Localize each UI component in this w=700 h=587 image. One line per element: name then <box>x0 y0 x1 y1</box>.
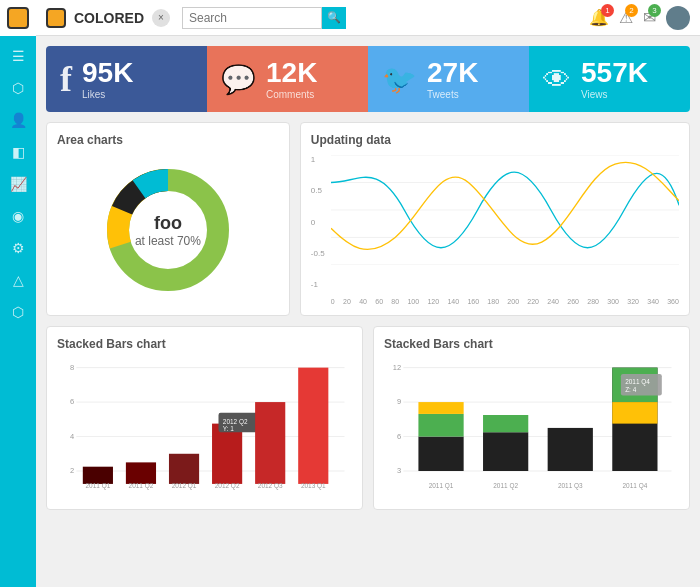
svg-rect-41 <box>418 414 463 437</box>
line-chart-svg <box>331 155 679 265</box>
notification-warning[interactable]: ⚠2 <box>619 8 633 27</box>
donut-main-label: foo <box>135 213 201 234</box>
svg-text:2011 Q2: 2011 Q2 <box>129 482 154 490</box>
facebook-number: 95K <box>82 59 133 87</box>
stacked-bar-right-area: 12 9 6 3 <box>384 359 679 499</box>
topbar-title: COLORED <box>74 10 144 26</box>
comments-label: Comments <box>266 89 317 100</box>
bell-badge: 1 <box>601 4 614 17</box>
sidebar-icon-triangle[interactable]: △ <box>0 264 36 296</box>
svg-text:2011 Q4: 2011 Q4 <box>625 378 650 386</box>
svg-text:2011 Q1: 2011 Q1 <box>429 482 454 490</box>
svg-rect-20 <box>212 424 242 484</box>
sidebar: ☰ ⬡ 👤 ◧ 📈 ◉ ⚙ △ ⬡ <box>0 0 36 587</box>
stacked-bar-right-card: Stacked Bars chart 12 9 6 3 <box>373 326 690 510</box>
topbar: COLORED × 🔍 🔔1 ⚠2 ✉3 <box>36 0 700 36</box>
stacked-bar-left-card: Stacked Bars chart 8 6 4 2 <box>46 326 363 510</box>
line-chart-area: 1 0.5 0 -0.5 -1 <box>311 155 679 305</box>
search-button[interactable]: 🔍 <box>322 7 346 29</box>
svg-text:4: 4 <box>70 432 74 441</box>
donut-center-text: foo at least 70% <box>135 213 201 248</box>
app-logo[interactable] <box>0 0 36 36</box>
user-avatar[interactable] <box>666 6 690 30</box>
sidebar-icon-pin[interactable]: ◉ <box>0 200 36 232</box>
svg-text:3: 3 <box>397 466 401 475</box>
stacked-bar-left-svg: 8 6 4 2 <box>57 359 352 499</box>
svg-text:9: 9 <box>397 397 401 406</box>
area-chart-title: Area charts <box>57 133 279 147</box>
twitter-number: 27K <box>427 59 478 87</box>
twitter-label: Tweets <box>427 89 478 100</box>
content-area: f 95K Likes 💬 12K Comments 🐦 27K Tweets <box>36 36 700 587</box>
main-panel: COLORED × 🔍 🔔1 ⚠2 ✉3 f 95K <box>36 0 700 587</box>
views-number: 557K <box>581 59 648 87</box>
stat-card-comments: 💬 12K Comments <box>207 46 368 112</box>
comments-number: 12K <box>266 59 317 87</box>
svg-rect-19 <box>169 454 199 484</box>
warning-badge: 2 <box>625 4 638 17</box>
sidebar-icon-stats[interactable]: 📈 <box>0 168 36 200</box>
stacked-bar-left-area: 8 6 4 2 <box>57 359 352 499</box>
views-stats: 557K Views <box>581 59 648 100</box>
notification-bell[interactable]: 🔔1 <box>589 8 609 27</box>
y-axis-labels: 1 0.5 0 -0.5 -1 <box>311 155 331 289</box>
stat-card-facebook: f 95K Likes <box>46 46 207 112</box>
line-chart-title: Updating data <box>311 133 679 147</box>
svg-text:2011 Q4: 2011 Q4 <box>623 482 648 490</box>
svg-rect-45 <box>548 428 593 471</box>
sidebar-icon-settings[interactable]: ⚙ <box>0 232 36 264</box>
logo-icon <box>7 7 29 29</box>
svg-text:2012 Q1: 2012 Q1 <box>172 482 197 490</box>
topbar-logo-icon <box>46 8 66 28</box>
svg-rect-25 <box>298 368 328 484</box>
sidebar-icon-folder[interactable]: ◧ <box>0 136 36 168</box>
sidebar-icon-chart[interactable]: ⬡ <box>0 72 36 104</box>
svg-text:Y: 1: Y: 1 <box>223 425 235 432</box>
svg-text:2: 2 <box>70 466 74 475</box>
stacked-bar-left-title: Stacked Bars chart <box>57 337 352 351</box>
stacked-bar-right-title: Stacked Bars chart <box>384 337 679 351</box>
svg-text:2011 Q3: 2011 Q3 <box>558 482 583 490</box>
svg-text:6: 6 <box>70 397 74 406</box>
stat-card-twitter: 🐦 27K Tweets <box>368 46 529 112</box>
facebook-stats: 95K Likes <box>82 59 133 100</box>
twitter-icon: 🐦 <box>382 63 417 96</box>
search-input[interactable] <box>182 7 322 29</box>
svg-text:6: 6 <box>397 432 401 441</box>
line-chart-card: Updating data 1 0.5 0 -0.5 -1 <box>300 122 690 316</box>
comments-stats: 12K Comments <box>266 59 317 100</box>
x-axis-labels: 0 20 40 60 80 100 120 140 160 180 200 22… <box>331 298 679 305</box>
twitter-stats: 27K Tweets <box>427 59 478 100</box>
svg-text:2012 Q2: 2012 Q2 <box>215 482 240 490</box>
svg-text:2013 Q1: 2013 Q1 <box>301 482 326 490</box>
svg-text:Z: 4: Z: 4 <box>625 386 637 393</box>
svg-rect-48 <box>612 402 657 424</box>
stacked-bar-right-svg: 12 9 6 3 <box>384 359 679 499</box>
svg-text:12: 12 <box>393 363 401 372</box>
svg-text:2012 Q3: 2012 Q3 <box>258 482 283 490</box>
comments-icon: 💬 <box>221 63 256 96</box>
svg-rect-42 <box>418 402 463 414</box>
donut-chart: foo at least 70% <box>57 155 279 305</box>
svg-rect-40 <box>418 437 463 471</box>
stat-card-views: 👁 557K Views <box>529 46 690 112</box>
facebook-label: Likes <box>82 89 133 100</box>
svg-rect-24 <box>255 402 285 484</box>
sidebar-icon-user[interactable]: 👤 <box>0 104 36 136</box>
charts-row: Area charts foo at least 70% <box>46 122 690 316</box>
notification-mail[interactable]: ✉3 <box>643 8 656 27</box>
bottom-charts-row: Stacked Bars chart 8 6 4 2 <box>46 326 690 510</box>
stat-cards-row: f 95K Likes 💬 12K Comments 🐦 27K Tweets <box>46 46 690 112</box>
topbar-actions: 🔔1 ⚠2 ✉3 <box>589 6 690 30</box>
svg-rect-18 <box>126 462 156 484</box>
svg-text:8: 8 <box>70 363 74 372</box>
sidebar-icon-hex[interactable]: ⬡ <box>0 296 36 328</box>
views-label: Views <box>581 89 648 100</box>
svg-text:2011 Q1: 2011 Q1 <box>86 482 111 490</box>
area-chart-card: Area charts foo at least 70% <box>46 122 290 316</box>
svg-rect-43 <box>483 432 528 471</box>
mail-badge: 3 <box>648 4 661 17</box>
topbar-close-button[interactable]: × <box>152 9 170 27</box>
views-icon: 👁 <box>543 63 571 96</box>
sidebar-icon-home[interactable]: ☰ <box>0 40 36 72</box>
